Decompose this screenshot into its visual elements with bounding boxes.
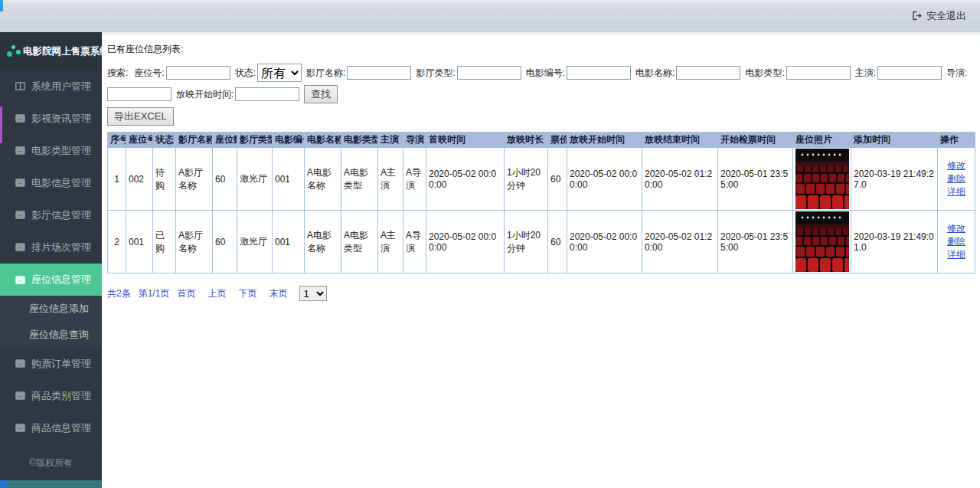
movie-type-label: 电影类型: bbox=[745, 67, 784, 80]
search-prefix-label: 搜索: bbox=[107, 67, 128, 80]
detail-link[interactable]: 详细 bbox=[947, 186, 965, 197]
delete-link[interactable]: 删除 bbox=[947, 173, 965, 184]
cell-show-start: 2020-05-02 00:00:00 bbox=[567, 211, 642, 273]
nav-label: 影厅信息管理 bbox=[31, 208, 91, 222]
cell-starring: A主演 bbox=[378, 211, 403, 273]
cell-added-time: 2020-03-19 21:49:27.0 bbox=[851, 148, 938, 211]
director-input[interactable] bbox=[107, 87, 172, 101]
cell-movie-no: 001 bbox=[273, 148, 305, 211]
cell-ops: 修改删除 详细 bbox=[938, 211, 975, 273]
hall-name-input[interactable] bbox=[347, 66, 411, 80]
col-header: 影厅名称 bbox=[176, 133, 213, 148]
inbox-icon bbox=[15, 424, 25, 432]
nav-label: 座位信息添加 bbox=[29, 302, 89, 316]
page-select[interactable]: 1 bbox=[299, 286, 327, 301]
col-header: 电影名称 bbox=[305, 133, 341, 148]
inbox-icon bbox=[15, 359, 25, 368]
sidebar-item-seat-info[interactable]: 座位信息管理 bbox=[0, 264, 102, 296]
copyright-text: ©版权所有 bbox=[0, 450, 102, 480]
sidebar: 电影院网上售票系统 系统用户管理 影视资讯管理 电影类型管理 电影信息管理 bbox=[0, 32, 102, 488]
cell-index: 2 bbox=[108, 211, 126, 273]
last-page-link[interactable]: 末页 bbox=[269, 287, 287, 300]
col-header: 首映时间 bbox=[426, 133, 505, 148]
prev-page-link[interactable]: 上页 bbox=[207, 287, 226, 300]
sidebar-item-goods-info[interactable]: 商品信息管理 bbox=[0, 412, 102, 444]
nav-label: 商品信息管理 bbox=[31, 421, 91, 435]
next-page-link[interactable]: 下页 bbox=[238, 287, 256, 300]
sidebar-item-system-users[interactable]: 系统用户管理 bbox=[0, 70, 102, 103]
logo-dots-icon bbox=[5, 41, 23, 61]
table-row: 1 002 待购 A影厅名称 60 激光厅 001 A电影名称 A电影类型 A主… bbox=[108, 148, 975, 211]
logout-button[interactable]: 安全退出 bbox=[912, 9, 966, 23]
top-bar: 安全退出 bbox=[0, 0, 980, 32]
search-form: 搜索: 座位号: 状态: 所有 影厅名称: 影厅类型: 电影编号: 电影名称: … bbox=[107, 64, 974, 103]
col-header: 电影编号 bbox=[273, 133, 305, 148]
cell-movie-type: A电影类型 bbox=[341, 211, 378, 273]
cell-director: A导演 bbox=[403, 148, 426, 211]
movie-name-input[interactable] bbox=[676, 66, 740, 80]
sidebar-item-hall-info[interactable]: 影厅信息管理 bbox=[0, 199, 102, 231]
delete-link[interactable]: 删除 bbox=[947, 236, 965, 247]
inbox-icon bbox=[15, 243, 25, 251]
show-start-time-label: 放映开始时间: bbox=[176, 88, 234, 101]
col-header: 座位照片 bbox=[793, 133, 851, 148]
starring-input[interactable] bbox=[877, 66, 942, 80]
pagination: 共2条 第1/1页 首页 上页 下页 末页 1 bbox=[107, 286, 974, 301]
cell-show-start: 2020-05-02 00:00:00 bbox=[567, 148, 642, 211]
cell-hall-name: A影厅名称 bbox=[176, 211, 213, 273]
logout-icon bbox=[912, 11, 923, 21]
cell-added-time: 2020-03-19 21:49:01.0 bbox=[851, 211, 938, 273]
cell-seat-count: 60 bbox=[213, 148, 237, 211]
movie-no-input[interactable] bbox=[567, 66, 631, 80]
status-select[interactable]: 所有 bbox=[257, 64, 302, 82]
inbox-icon bbox=[15, 146, 25, 155]
sidebar-item-goods-category[interactable]: 商品类别管理 bbox=[0, 380, 102, 412]
sidebar-subitem-seat-query[interactable]: 座位信息查询 bbox=[0, 322, 102, 348]
sidebar-item-screening[interactable]: 排片场次管理 bbox=[0, 231, 102, 264]
export-excel-button[interactable]: 导出EXCEL bbox=[107, 107, 174, 126]
first-page-link[interactable]: 首页 bbox=[177, 287, 195, 300]
cell-premiere-time: 2020-05-02 00:00:00 bbox=[426, 211, 505, 273]
nav-label: 购票订单管理 bbox=[31, 357, 91, 371]
cell-hall-type: 激光厅 bbox=[237, 211, 273, 273]
cell-duration: 1小时20分钟 bbox=[505, 211, 548, 273]
edit-link[interactable]: 修改 bbox=[947, 160, 965, 171]
sidebar-subitem-seat-add[interactable]: 座位信息添加 bbox=[0, 296, 102, 322]
col-header: 操作 bbox=[938, 133, 975, 148]
find-button[interactable]: 查找 bbox=[304, 85, 338, 103]
detail-link[interactable]: 详细 bbox=[947, 249, 965, 260]
nav-label: 座位信息管理 bbox=[31, 273, 91, 287]
inbox-icon bbox=[15, 114, 25, 123]
col-header: 放映结束时间 bbox=[642, 133, 718, 148]
inbox-icon bbox=[15, 211, 25, 219]
cell-movie-no: 001 bbox=[273, 211, 305, 273]
sidebar-bottom-bar bbox=[0, 480, 102, 488]
total-count: 共2条 bbox=[107, 287, 131, 300]
sidebar-item-ticket-orders[interactable]: 购票订单管理 bbox=[0, 348, 102, 380]
seat-table: 序号 座位号 状态 影厅名称 座位数 影厅类型 电影编号 电影名称 电影类型 主… bbox=[107, 132, 975, 273]
nav-label: 商品类别管理 bbox=[31, 389, 91, 403]
cell-movie-type: A电影类型 bbox=[341, 148, 378, 211]
inbox-icon bbox=[15, 391, 25, 400]
seat-photo bbox=[795, 149, 849, 209]
cell-ops: 修改删除 详细 bbox=[938, 148, 975, 211]
col-header: 电影类型 bbox=[341, 133, 378, 148]
app-logo: 电影院网上售票系统 bbox=[0, 32, 102, 70]
hall-type-input[interactable] bbox=[457, 66, 521, 80]
cell-premiere-time: 2020-05-02 00:00:00 bbox=[426, 148, 505, 211]
cell-starring: A主演 bbox=[378, 148, 403, 211]
page-title: 已有座位信息列表: bbox=[107, 43, 974, 56]
window-icon bbox=[15, 82, 25, 90]
seat-no-input[interactable] bbox=[166, 66, 230, 80]
movie-type-input[interactable] bbox=[786, 66, 851, 80]
col-header: 座位数 bbox=[213, 133, 237, 148]
sidebar-item-media-news[interactable]: 影视资讯管理 bbox=[0, 103, 102, 135]
bottom-teal-bar bbox=[8, 480, 102, 488]
cell-movie-name: A电影名称 bbox=[305, 148, 341, 211]
bottom-blue-block bbox=[0, 480, 8, 488]
sidebar-item-movie-type[interactable]: 电影类型管理 bbox=[0, 135, 102, 167]
show-start-time-input[interactable] bbox=[235, 87, 299, 101]
sidebar-item-movie-info[interactable]: 电影信息管理 bbox=[0, 167, 102, 199]
edit-link[interactable]: 修改 bbox=[947, 223, 965, 234]
edge-accent-blue bbox=[0, 0, 3, 11]
